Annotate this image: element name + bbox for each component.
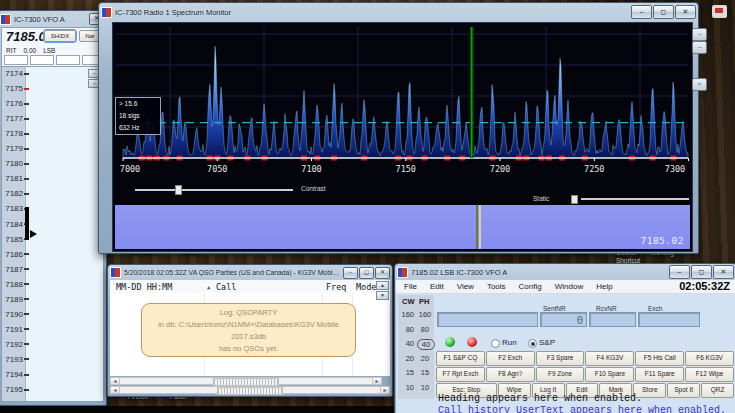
bandmap-freq-7190[interactable]: 7190 [2,309,29,320]
maximize-icon[interactable]: ◻ [359,267,374,279]
bandmap[interactable]: 7174717571767177717871797180718171827183… [1,66,104,402]
maximize-icon[interactable]: ◻ [691,265,712,279]
scroll-left-icon[interactable]: ◄ [111,387,120,393]
f6-button[interactable]: F6 KG3V [685,351,734,366]
f10-button[interactable]: F10 Spare [585,367,634,382]
f3-button[interactable]: F3 Spare [536,351,585,366]
log-column-headers[interactable]: MM-DD HH:MM ▲ Call Freq Mode [110,280,390,294]
desktop-shortcut-icon[interactable] [712,5,727,18]
col-header-call[interactable]: Call [216,282,236,292]
menu-help[interactable]: Help [596,282,612,291]
static-slider-thumb[interactable] [571,195,578,204]
f8-button[interactable]: F8 Agn? [486,367,535,382]
bandmap-freq-7191[interactable]: 7191 [2,324,29,335]
ph-band-value[interactable]: 80 [417,325,433,334]
bandmap-freq-7181[interactable]: 7181 [2,173,29,184]
shdx-button[interactable]: SH/DX [44,30,76,42]
maximize-icon[interactable]: ◻ [653,5,674,19]
ph-band-value[interactable]: 10 [417,383,433,392]
scroll-up-icon[interactable]: ▲ [376,281,389,290]
entry-titlebar[interactable]: 7185.02 LSB IC-7300 VFO A – ◻ ✕ [397,265,734,279]
minimize-icon[interactable]: – [631,5,652,19]
col-header-datetime[interactable]: MM-DD HH:MM [116,282,172,292]
close-icon[interactable]: ✕ [675,5,696,19]
bandmap-freq-7196[interactable]: 7196 [2,399,29,402]
f2-button[interactable]: F2 Exch [486,351,535,366]
col-header-mode[interactable]: Mode [356,282,376,292]
close-icon[interactable]: ✕ [375,267,390,279]
bandmap-freq-7189[interactable]: 7189 [2,294,29,305]
col-header-freq[interactable]: Freq [326,282,346,292]
ph-band-value[interactable]: 40 [417,339,435,350]
spectrum-span-down-button[interactable]: – [692,41,707,54]
bandmap-freq-7180[interactable]: 7180 [2,158,29,169]
f4-button[interactable]: F4 KG3V [585,351,634,366]
bandmap-freq-7193[interactable]: 7193 [2,354,29,365]
bandmap-freq-7195[interactable]: 7195 [2,384,29,395]
bandmap-freq-7179[interactable]: 7179 [2,143,29,154]
spectrum-plot[interactable] [114,27,691,162]
rcv-nr-input[interactable] [589,312,636,327]
memory-box[interactable] [4,55,28,65]
cw-band-value[interactable]: 15 [399,368,414,377]
qrz-button[interactable]: QRZ [701,383,734,398]
minimize-icon[interactable]: – [669,265,690,279]
contrast-slider-track[interactable] [135,189,293,191]
cw-band-value[interactable]: 80 [399,325,414,334]
menu-tools[interactable]: Tools [487,282,506,291]
cw-band-value[interactable]: 40 [399,339,414,348]
f12-button[interactable]: F12 Wipe [685,367,734,382]
f9-button[interactable]: F9 Zone [536,367,585,382]
memory-box[interactable] [56,55,80,65]
spectrum-span-up-button[interactable]: – [692,28,707,41]
ph-band-value[interactable]: 160 [417,310,433,319]
bandmap-freq-7192[interactable]: 7192 [2,339,29,350]
spot-button[interactable]: Spot It [667,383,700,398]
close-icon[interactable]: ✕ [713,265,734,279]
menu-config[interactable]: Config [519,282,542,291]
scrollbar-grip[interactable] [217,387,283,395]
bandmap-freq-7177[interactable]: 7177 [2,113,29,124]
bandmap-freq-7178[interactable]: 7178 [2,128,29,139]
contrast-slider-thumb[interactable] [175,185,182,195]
spectrum-collapse-button[interactable]: < [692,78,707,91]
f5-button[interactable]: F5 His Call [635,351,684,366]
f1-button[interactable]: F1 S&P CQ [436,351,485,366]
minimize-icon[interactable]: – [343,267,358,279]
sp-radio[interactable] [528,339,537,348]
bandmap-freq-7174[interactable]: 7174 [2,68,29,79]
cw-band-value[interactable]: 10 [399,383,414,392]
spectrum-titlebar[interactable]: IC-7300 Radio 1 Spectrum Monitor – ◻ ✕ [101,4,696,20]
memory-box[interactable] [30,55,54,65]
scroll-right-icon[interactable]: ► [380,387,389,393]
scrollbar-grip[interactable] [213,378,279,386]
f11-button[interactable]: F11 Spare [635,367,684,382]
f7-button[interactable]: F7 Rpt Exch [436,367,485,382]
bandmap-freq-7175[interactable]: 7175 [2,83,29,94]
log-titlebar[interactable]: 5/20/2018 02:05:32Z VA QSO Parties (US a… [110,266,390,279]
bandmap-freq-7182[interactable]: 7182 [2,188,29,199]
log-horizontal-scrollbar[interactable]: ◄ ► [110,377,382,385]
static-slider-track[interactable] [581,198,689,200]
menu-window[interactable]: Window [555,282,583,291]
log-horizontal-scrollbar[interactable]: ◄ ► [110,386,390,394]
sent-nr-input[interactable]: 0 [540,312,587,327]
run-radio[interactable] [491,339,500,348]
bandmap-freq-7176[interactable]: 7176 [2,98,29,109]
bandmap-freq-7188[interactable]: 7188 [2,279,29,290]
menu-file[interactable]: File [404,282,417,291]
waterfall-display[interactable]: 7185.02 [115,205,690,249]
cw-band-value[interactable]: 160 [399,310,414,319]
cw-band-value[interactable]: 20 [399,354,414,363]
bandmap-freq-7187[interactable]: 7187 [2,264,29,275]
ph-band-value[interactable]: 20 [417,354,433,363]
vfo-titlebar[interactable]: IC-7300 VFO A ✕ [0,12,104,26]
bandmap-freq-7194[interactable]: 7194 [2,369,29,380]
scroll-left-icon[interactable]: ◄ [111,378,120,384]
menu-edit[interactable]: Edit [430,282,444,291]
callsign-input[interactable] [437,312,538,327]
ph-band-value[interactable]: 15 [417,368,433,377]
bandmap-freq-7186[interactable]: 7186 [2,249,29,260]
scroll-right-icon[interactable]: ► [372,378,381,384]
scroll-down-icon[interactable]: ▼ [376,291,389,300]
